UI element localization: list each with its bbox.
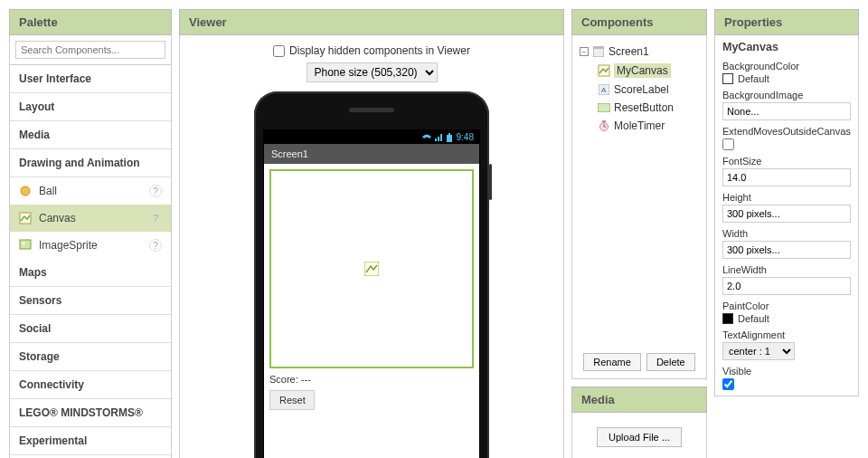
mole-sprite-icon bbox=[364, 262, 379, 276]
extend-checkbox[interactable] bbox=[722, 138, 734, 150]
phone-size-select[interactable]: Phone size (505,320) bbox=[307, 62, 438, 82]
svg-rect-8 bbox=[593, 46, 604, 49]
viewer-title: Viewer bbox=[179, 9, 564, 35]
width-field[interactable] bbox=[722, 241, 851, 259]
palette-cat-connectivity[interactable]: Connectivity bbox=[10, 371, 171, 399]
palette-item-label: Canvas bbox=[39, 212, 142, 224]
media-body: Upload File ... bbox=[571, 413, 707, 458]
tree-label: Screen1 bbox=[609, 45, 649, 58]
tree-item-resetbutton[interactable]: ResetButton bbox=[578, 99, 701, 117]
prop-label: Visible bbox=[722, 366, 851, 377]
components-column: Components − Screen1 MyCanvas A ScoreLab… bbox=[571, 9, 707, 458]
show-hidden-label: Display hidden components in Viewer bbox=[289, 44, 470, 57]
palette-title: Palette bbox=[9, 9, 172, 35]
palette-search-box bbox=[9, 35, 172, 65]
viewer-options: Display hidden components in Viewer Phon… bbox=[273, 44, 470, 82]
prop-label: Height bbox=[722, 192, 851, 203]
canvas-icon bbox=[19, 212, 32, 224]
upload-file-button[interactable]: Upload File ... bbox=[597, 427, 682, 447]
button-icon bbox=[598, 101, 610, 114]
delete-button[interactable]: Delete bbox=[646, 353, 695, 371]
prop-label: PaintColor bbox=[722, 301, 851, 311]
components-title: Components bbox=[571, 9, 707, 35]
status-bar: 9:48 bbox=[264, 130, 479, 144]
palette-cat-drawing[interactable]: Drawing and Animation bbox=[10, 149, 171, 177]
media-panel: Media Upload File ... bbox=[571, 386, 707, 458]
palette-cat-maps[interactable]: Maps bbox=[10, 259, 171, 287]
bgcolor-value[interactable]: Default bbox=[722, 73, 851, 84]
phone-side-button bbox=[489, 164, 492, 200]
prop-fontsize: FontSize bbox=[722, 156, 851, 186]
palette-cat-storage[interactable]: Storage bbox=[10, 343, 171, 371]
show-hidden-checkbox[interactable] bbox=[273, 45, 285, 57]
tree-root[interactable]: − Screen1 bbox=[578, 43, 701, 61]
palette-item-canvas[interactable]: Canvas ? bbox=[10, 205, 171, 232]
status-time: 9:48 bbox=[457, 132, 474, 142]
component-actions: Rename Delete bbox=[578, 353, 701, 371]
height-field[interactable] bbox=[722, 205, 851, 223]
search-input[interactable] bbox=[15, 41, 165, 59]
rename-button[interactable]: Rename bbox=[583, 353, 641, 371]
color-swatch-icon bbox=[722, 313, 733, 324]
svg-rect-5 bbox=[448, 133, 450, 135]
fontsize-field[interactable] bbox=[722, 168, 851, 186]
prop-backgroundimage: BackgroundImage bbox=[722, 90, 851, 120]
bgimage-field[interactable] bbox=[722, 102, 851, 120]
prop-textalign: TextAlignment center : 1 bbox=[722, 329, 851, 360]
svg-rect-2 bbox=[20, 240, 31, 249]
palette-item-label: Ball bbox=[39, 185, 142, 197]
help-icon[interactable]: ? bbox=[149, 239, 162, 252]
prop-label: Width bbox=[722, 228, 851, 239]
phone-frame: 9:48 Screen1 Score: --- Reset ◁ ○ □ bbox=[254, 91, 489, 458]
svg-point-0 bbox=[21, 186, 30, 196]
palette-cat-media[interactable]: Media bbox=[10, 121, 171, 149]
prop-label: TextAlignment bbox=[722, 329, 851, 340]
prop-label: ExtendMovesOutsideCanvas bbox=[722, 126, 851, 137]
score-label: Score: --- bbox=[269, 374, 474, 385]
linewidth-field[interactable] bbox=[722, 277, 851, 295]
palette-item-ball[interactable]: Ball ? bbox=[10, 177, 171, 205]
textalign-select[interactable]: center : 1 bbox=[722, 342, 795, 360]
palette-drawing-items: Ball ? Canvas ? ImageSprite ? bbox=[10, 177, 171, 259]
prop-label: LineWidth bbox=[722, 264, 851, 275]
svg-point-3 bbox=[23, 243, 25, 245]
prop-paintcolor: PaintColor Default bbox=[722, 301, 851, 324]
signal-icon bbox=[435, 134, 442, 141]
components-panel: Components − Screen1 MyCanvas A ScoreLab… bbox=[571, 9, 707, 379]
tree-item-scorelabel[interactable]: A ScoreLabel bbox=[578, 81, 701, 99]
tree-label: MyCanvas bbox=[614, 63, 671, 78]
palette-cat-social[interactable]: Social bbox=[10, 315, 171, 343]
palette-cat-experimental[interactable]: Experimental bbox=[10, 427, 171, 455]
prop-label: FontSize bbox=[722, 156, 851, 167]
properties-title: Properties bbox=[714, 9, 859, 35]
prop-backgroundcolor: BackgroundColor Default bbox=[722, 61, 851, 84]
visible-checkbox[interactable] bbox=[722, 378, 734, 390]
properties-panel: Properties MyCanvas BackgroundColor Defa… bbox=[714, 9, 859, 458]
prop-height: Height bbox=[722, 192, 851, 223]
help-icon[interactable]: ? bbox=[149, 185, 162, 197]
tree-label: ScoreLabel bbox=[614, 83, 669, 96]
properties-component: MyCanvas bbox=[722, 41, 851, 55]
tree-item-moletimer[interactable]: MoleTimer bbox=[578, 117, 701, 135]
prop-label: BackgroundImage bbox=[722, 90, 851, 100]
ball-icon bbox=[19, 185, 32, 197]
components-body: − Screen1 MyCanvas A ScoreLabel Res bbox=[571, 35, 707, 379]
palette-cat-sensors[interactable]: Sensors bbox=[10, 287, 171, 315]
tree-item-mycanvas[interactable]: MyCanvas bbox=[578, 61, 701, 81]
paintcolor-value[interactable]: Default bbox=[722, 313, 851, 324]
collapse-icon[interactable]: − bbox=[580, 47, 589, 56]
palette-cat-lego[interactable]: LEGO® MINDSTORMS® bbox=[10, 399, 171, 427]
help-icon[interactable]: ? bbox=[149, 212, 162, 224]
mycanvas-preview[interactable] bbox=[269, 169, 474, 368]
media-title: Media bbox=[571, 386, 707, 413]
palette-item-imagesprite[interactable]: ImageSprite ? bbox=[10, 232, 171, 259]
battery-icon bbox=[446, 133, 453, 142]
component-tree: − Screen1 MyCanvas A ScoreLabel Res bbox=[578, 43, 701, 344]
prop-label: BackgroundColor bbox=[722, 61, 851, 72]
palette-cat-layout[interactable]: Layout bbox=[10, 93, 171, 121]
reset-button[interactable]: Reset bbox=[269, 390, 315, 410]
viewer-panel: Viewer Display hidden components in View… bbox=[179, 9, 564, 458]
screen-icon bbox=[592, 45, 605, 58]
prop-extendmoves: ExtendMovesOutsideCanvas bbox=[722, 126, 851, 150]
palette-cat-user-interface[interactable]: User Interface bbox=[10, 65, 171, 93]
